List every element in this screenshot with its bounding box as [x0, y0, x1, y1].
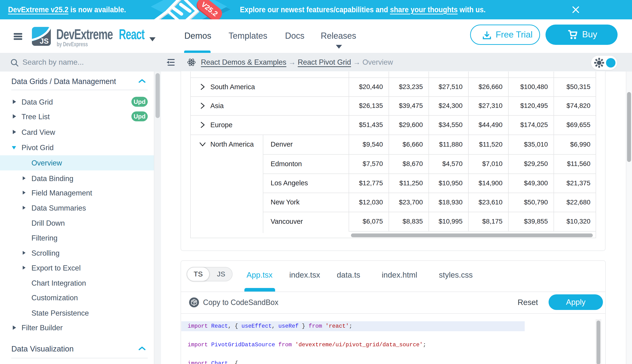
svg-text:JS: JS [40, 37, 49, 45]
